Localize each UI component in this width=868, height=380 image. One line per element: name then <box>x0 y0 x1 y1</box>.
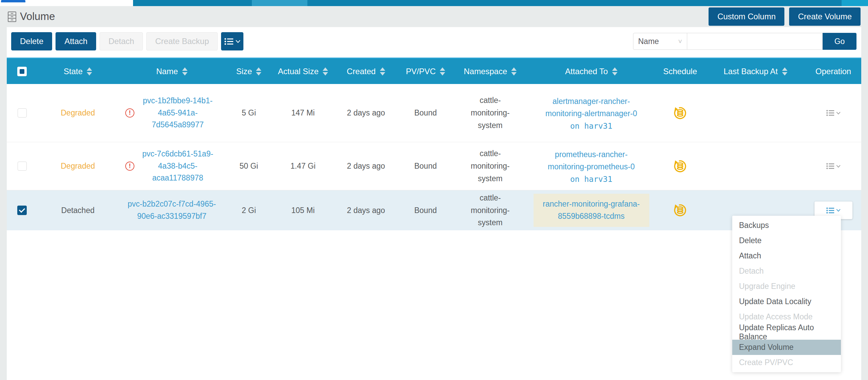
delete-button[interactable]: Delete <box>11 32 52 50</box>
status-badge: Detached <box>61 206 94 215</box>
create-volume-button[interactable]: Create Volume <box>789 7 861 26</box>
select-all-checkbox[interactable] <box>17 67 27 76</box>
volume-name-link[interactable]: pvc-7c6dcb61-51a9-4a38-b4c5-acaa11788978 <box>137 148 218 184</box>
attached-pod-link[interactable]: rancher-monitoring-grafana-8559b68898-tc… <box>539 198 644 222</box>
created-value: 2 days ago <box>347 108 385 118</box>
row-operation-menu-button[interactable] <box>826 110 841 116</box>
actual-size-value: 147 Mi <box>291 108 314 118</box>
page-title: Volume <box>7 10 55 23</box>
pv-pvc-value: Bound <box>414 206 437 215</box>
sort-icon <box>782 67 787 76</box>
page-header: Volume Custom Column Create Volume <box>0 6 868 27</box>
menu-item-attach[interactable]: Attach <box>732 248 841 263</box>
menu-item-expand-volume[interactable]: Expand Volume <box>732 340 841 355</box>
column-header-name[interactable]: Name <box>118 67 225 76</box>
search-input[interactable] <box>687 33 823 50</box>
column-header-schedule: Schedule <box>655 67 706 76</box>
warning-icon: ! <box>125 108 134 118</box>
row-checkbox-checked[interactable] <box>17 206 27 215</box>
row-checkbox[interactable] <box>18 108 27 118</box>
namespace-value: cattle-monitoring-system <box>468 94 513 131</box>
size-value: 50 Gi <box>240 162 258 171</box>
actual-size-value: 105 Mi <box>291 206 314 215</box>
create-backup-button: Create Backup <box>146 32 218 50</box>
attached-node-link[interactable]: on harv31 <box>570 175 612 184</box>
namespace-value: cattle-monitoring-system <box>468 147 513 185</box>
top-strip <box>0 0 868 6</box>
pv-pvc-value: Bound <box>414 108 437 118</box>
sort-icon <box>182 67 188 76</box>
created-value: 2 days ago <box>347 206 385 215</box>
status-badge: Degraded <box>61 108 95 118</box>
sort-icon <box>380 67 385 76</box>
schedule-icon <box>672 203 688 218</box>
created-value: 2 days ago <box>347 162 385 171</box>
select-all-header-cell <box>7 67 37 76</box>
column-header-actual-size[interactable]: Actual Size <box>273 67 333 76</box>
bulk-actions-menu-button[interactable] <box>221 32 243 50</box>
size-value: 5 Gi <box>242 108 256 118</box>
table-header: State Name Size Actual Size Created PV/P… <box>7 58 861 84</box>
menu-item-create-pv-pvc: Create PV/PVC <box>732 355 841 370</box>
column-header-attached-to[interactable]: Attached To <box>528 67 655 76</box>
menu-item-backups[interactable]: Backups <box>732 218 841 233</box>
row-checkbox[interactable] <box>18 162 27 171</box>
status-badge: Degraded <box>61 162 95 171</box>
toolbar: Delete Attach Detach Create Backup Name … <box>7 27 861 55</box>
namespace-value: cattle-monitoring-system <box>468 192 513 229</box>
column-header-operation: Operation <box>805 67 861 76</box>
attached-pod-link[interactable]: prometheus-rancher-monitoring-prometheus… <box>539 149 644 173</box>
size-value: 2 Gi <box>242 206 256 215</box>
menu-item-update-data-locality[interactable]: Update Data Locality <box>732 294 841 309</box>
volume-table: State Name Size Actual Size Created PV/P… <box>7 58 861 230</box>
chevron-down-icon <box>236 40 240 43</box>
top-strip-right-segment <box>842 0 868 6</box>
warning-icon: ! <box>125 162 134 171</box>
column-header-created[interactable]: Created <box>333 67 398 76</box>
custom-column-button[interactable]: Custom Column <box>709 7 784 26</box>
table-row: Degraded ! pvc-7c6dcb61-51a9-4a38-b4c5-a… <box>7 142 861 190</box>
browser-tab-strip <box>0 0 133 6</box>
sort-icon <box>323 67 328 76</box>
column-header-namespace[interactable]: Namespace <box>453 67 528 76</box>
sort-icon <box>256 67 261 76</box>
attach-button[interactable]: Attach <box>56 32 96 50</box>
column-header-last-backup-at[interactable]: Last Backup At <box>706 67 805 76</box>
column-header-pv-pvc[interactable]: PV/PVC <box>398 67 453 76</box>
menu-item-detach: Detach <box>732 263 841 279</box>
search-bar: Name ˅ Go <box>633 33 856 50</box>
sort-icon <box>440 67 445 76</box>
menu-item-upgrade-engine: Upgrade Engine <box>732 279 841 294</box>
sort-icon <box>87 67 92 76</box>
active-tab-indicator <box>1 0 25 2</box>
sort-icon <box>612 67 617 76</box>
chevron-down-icon: ˅ <box>678 38 682 45</box>
row-operation-menu-button[interactable] <box>826 163 841 169</box>
detach-button: Detach <box>100 32 143 50</box>
top-strip-light-segment <box>252 0 307 6</box>
table-row: Degraded ! pvc-1b2fbbe9-14b1-4a65-941a-7… <box>7 84 861 142</box>
menu-item-delete[interactable]: Delete <box>732 233 841 248</box>
menu-item-update-access-mode: Update Access Mode <box>732 309 841 324</box>
sort-icon <box>511 67 517 76</box>
attached-pod-link[interactable]: alertmanager-rancher-monitoring-alertman… <box>539 96 644 120</box>
menu-item-update-replicas-auto-balance[interactable]: Update Replicas Auto Balance <box>732 324 841 340</box>
schedule-icon <box>672 105 688 121</box>
volume-name-link[interactable]: pvc-b2b2c07c-f7cd-4965-90e6-ac3319597bf7 <box>126 198 218 222</box>
attached-node-link[interactable]: on harv31 <box>570 122 612 130</box>
pv-pvc-value: Bound <box>414 162 437 171</box>
search-field-select[interactable]: Name ˅ <box>633 33 687 50</box>
list-icon <box>224 38 234 45</box>
volume-name-link[interactable]: pvc-1b2fbbe9-14b1-4a65-941a-7d5645a89977 <box>137 95 218 131</box>
schedule-icon <box>672 159 688 174</box>
actual-size-value: 1.47 Gi <box>290 162 316 171</box>
page-title-text: Volume <box>20 10 55 23</box>
go-button[interactable]: Go <box>823 33 856 50</box>
column-header-state[interactable]: State <box>37 67 118 76</box>
operation-dropdown-menu: Backups Delete Attach Detach Upgrade Eng… <box>732 216 841 372</box>
volume-icon <box>7 11 17 22</box>
search-field-value: Name <box>638 37 659 46</box>
column-header-size[interactable]: Size <box>225 67 273 76</box>
